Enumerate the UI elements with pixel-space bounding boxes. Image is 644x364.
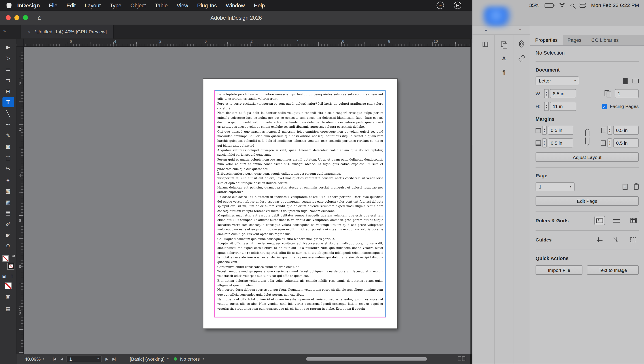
- line-tool[interactable]: ╲: [2, 108, 14, 118]
- document-grid-toggle-button[interactable]: [628, 216, 639, 225]
- text-frame[interactable]: Da voluptate parchillam arum volore none…: [215, 91, 385, 312]
- first-page-button[interactable]: |◀: [53, 357, 56, 361]
- zoom-tool[interactable]: ⚲: [2, 241, 14, 251]
- home-icon[interactable]: ⌂: [38, 14, 42, 21]
- vertical-ruler[interactable]: 024681 0: [16, 47, 24, 354]
- margin-bottom-input[interactable]: 0.5 in: [548, 138, 573, 147]
- adjust-layout-button[interactable]: Adjust Layout: [536, 152, 639, 162]
- menu-layout[interactable]: Layout: [80, 2, 105, 8]
- layers-panel-icon[interactable]: [518, 41, 526, 48]
- eyedropper-tool[interactable]: ✐: [2, 219, 14, 229]
- close-window-button[interactable]: [6, 15, 11, 20]
- rulers-toggle-button[interactable]: [594, 216, 605, 225]
- gradient-feather-tool[interactable]: ▨: [2, 197, 14, 207]
- swap-fill-stroke-icon[interactable]: ⇄: [12, 254, 15, 258]
- wifi-icon[interactable]: [559, 3, 565, 8]
- landscape-orientation-button[interactable]: [632, 79, 639, 83]
- free-transform-tool[interactable]: ◈: [2, 174, 14, 185]
- menu-view[interactable]: View: [172, 2, 193, 8]
- height-input[interactable]: 11 in: [550, 102, 576, 111]
- menu-help[interactable]: Help: [249, 2, 270, 8]
- rectangle-frame-tool[interactable]: ⊠: [2, 141, 14, 152]
- search-icon[interactable]: [571, 4, 574, 8]
- hand-tool[interactable]: ☛: [2, 230, 14, 240]
- panel-tab-properties[interactable]: Properties: [530, 35, 562, 45]
- panel-tab-cc-libraries[interactable]: CC Libraries: [586, 35, 624, 45]
- view-options-button[interactable]: ▤: [4, 305, 12, 313]
- width-input[interactable]: 8.5 in: [550, 89, 576, 98]
- adjust-layout-panel-icon[interactable]: [482, 41, 490, 48]
- zoom-level-control[interactable]: 40.09% ▾: [24, 356, 44, 361]
- character-styles-panel-icon[interactable]: A: [500, 54, 508, 62]
- preflight-profile-control[interactable]: [Basic] (working) ▾: [130, 356, 168, 361]
- formatting-affects-text-button[interactable]: T: [9, 273, 15, 279]
- edit-page-button[interactable]: Edit Page: [536, 196, 639, 206]
- import-file-button[interactable]: Import File: [536, 266, 582, 275]
- margin-left-stepper[interactable]: ▴▾: [608, 126, 612, 134]
- margin-left-input[interactable]: 0.5 in: [613, 126, 639, 134]
- menu-file[interactable]: File: [44, 2, 62, 8]
- margin-top-input[interactable]: 0.5 in: [548, 126, 573, 134]
- scissors-tool[interactable]: ✂: [2, 164, 14, 174]
- facing-pages-checkbox[interactable]: ✓: [602, 104, 607, 109]
- control-center-icon[interactable]: [580, 3, 586, 8]
- width-stepper[interactable]: ▴▾: [544, 89, 549, 98]
- minimize-window-button[interactable]: [14, 15, 19, 20]
- collapse-dock2-chevron-icon[interactable]: »: [519, 28, 522, 32]
- type-tool[interactable]: T: [2, 97, 14, 107]
- direct-selection-tool[interactable]: ▷: [2, 52, 14, 63]
- links-panel-icon[interactable]: [518, 54, 526, 62]
- menu-type[interactable]: Type: [105, 2, 126, 8]
- note-tool[interactable]: ▤: [2, 208, 14, 218]
- fill-stroke-proxies[interactable]: ⇄: [2, 255, 14, 269]
- pages-panel-icon[interactable]: [500, 41, 508, 48]
- page-select[interactable]: 1 ▾: [536, 182, 574, 192]
- fill-color-proxy[interactable]: [2, 255, 8, 262]
- close-tab-icon[interactable]: ×: [28, 29, 30, 35]
- height-stepper[interactable]: ▴▾: [544, 102, 549, 111]
- errors-chevron-icon[interactable]: ▾: [202, 357, 204, 361]
- panel-tab-pages[interactable]: Pages: [562, 35, 586, 45]
- text-to-image-button[interactable]: Text to Image: [587, 266, 639, 275]
- gap-tool[interactable]: ⇆: [2, 75, 14, 85]
- ruler-origin-corner[interactable]: [16, 39, 24, 47]
- lock-guides-button[interactable]: [628, 235, 639, 244]
- margin-top-stepper[interactable]: ▴▾: [542, 126, 546, 134]
- document-tab[interactable]: × *Untitled–1 @ 40% [GPU Preview]: [20, 24, 114, 38]
- baseline-grid-toggle-button[interactable]: [611, 216, 622, 225]
- rectangle-tool[interactable]: ▢: [2, 152, 14, 162]
- formatting-affects-container-button[interactable]: ▣: [1, 273, 7, 279]
- page-tool[interactable]: ▭: [2, 64, 14, 74]
- text-frame-border[interactable]: Da voluptate parchillam arum volore none…: [215, 90, 386, 317]
- page-size-select[interactable]: Letter ▾: [536, 76, 579, 86]
- pencil-tool[interactable]: ✎: [2, 130, 14, 140]
- menu-object[interactable]: Object: [126, 2, 150, 8]
- apply-none-button[interactable]: [5, 282, 11, 289]
- pasteboard[interactable]: Da voluptate parchillam arum volore none…: [24, 47, 470, 354]
- previous-page-button[interactable]: ◀: [60, 357, 63, 361]
- stroke-color-proxy[interactable]: [8, 263, 14, 270]
- page-number-field[interactable]: 1 ▾: [66, 356, 102, 362]
- smart-guides-toggle-button[interactable]: [611, 235, 622, 244]
- menu-plug-ins[interactable]: Plug-Ins: [193, 2, 222, 8]
- paragraph-styles-panel-icon[interactable]: ¶: [500, 69, 508, 76]
- margin-right-stepper[interactable]: ▴▾: [608, 138, 612, 147]
- horizontal-ruler[interactable]: 6420246810: [16, 39, 470, 47]
- margin-right-input[interactable]: 0.5 in: [613, 138, 639, 147]
- delete-page-button[interactable]: [634, 184, 639, 190]
- selection-tool[interactable]: ▶: [2, 42, 14, 52]
- margin-bottom-stepper[interactable]: ▴▾: [542, 138, 546, 147]
- add-page-button[interactable]: [622, 184, 628, 190]
- apple-logo-icon[interactable]: [6, 3, 12, 8]
- pen-tool[interactable]: ✒: [2, 119, 14, 130]
- tab-overflow-chevron-icon[interactable]: »: [3, 28, 6, 33]
- menu-edit[interactable]: Edit: [62, 2, 80, 8]
- guides-toggle-button[interactable]: [594, 235, 605, 244]
- menu-indesign[interactable]: InDesign: [17, 2, 44, 8]
- horizontal-scrollbar-thumb[interactable]: [306, 357, 427, 361]
- next-page-button[interactable]: ▶: [106, 357, 108, 361]
- play-status-icon[interactable]: ▶: [454, 2, 461, 9]
- content-collector-tool[interactable]: ⊟: [2, 86, 14, 96]
- zoom-window-button[interactable]: [23, 15, 28, 20]
- document-page[interactable]: Da voluptate parchillam arum volore none…: [203, 79, 397, 329]
